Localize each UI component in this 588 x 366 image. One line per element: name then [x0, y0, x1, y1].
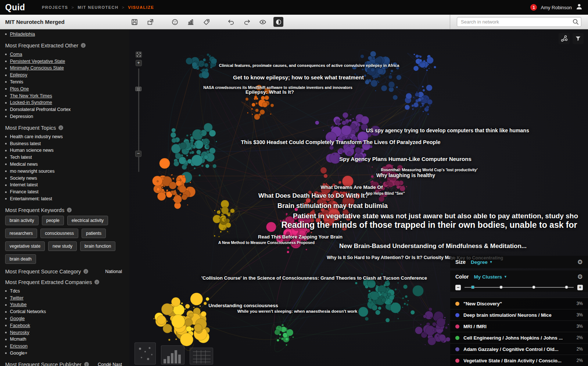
- zoom-fit-icon[interactable]: [136, 51, 142, 58]
- chart-thumbnail-grid[interactable]: [190, 348, 213, 365]
- legend-row[interactable]: Deep brain stimulation/ Neurons / Mice3%: [450, 309, 588, 320]
- info-icon[interactable]: i: [84, 362, 89, 366]
- contrast-icon[interactable]: [273, 17, 283, 27]
- node-label[interactable]: 'Collision Course' in the Science of Con…: [201, 275, 427, 281]
- color-dropdown[interactable]: My Clusters: [474, 274, 502, 280]
- node-label[interactable]: App Helps Blind "See": [365, 191, 405, 195]
- color-settings-gear-icon[interactable]: ⚙: [577, 274, 583, 280]
- list-item[interactable]: Twitter: [5, 295, 129, 302]
- node-label[interactable]: Understanding consciousness: [208, 303, 278, 308]
- breadcrumb-visualize[interactable]: VISUALIZE: [128, 5, 154, 10]
- legend-row[interactable]: Adam Gazzaley / Cognitive Control / Old.…: [450, 343, 588, 355]
- list-item[interactable]: Youtube: [5, 301, 129, 308]
- quid-logo[interactable]: Quid: [5, 3, 42, 12]
- share-icon[interactable]: [145, 17, 155, 27]
- chart-thumbnail-histogram[interactable]: [161, 345, 184, 365]
- keyword-chip[interactable]: electrical activity: [67, 216, 108, 225]
- list-item[interactable]: Minimally Conscious State: [5, 65, 129, 72]
- zoom-out-button[interactable]: −: [135, 151, 141, 157]
- undo-icon[interactable]: [226, 17, 236, 27]
- info-icon[interactable]: i: [83, 269, 88, 274]
- node-label[interactable]: What Does Death Have to Do With It?: [258, 192, 369, 200]
- keyword-chip[interactable]: brain activity: [5, 216, 39, 225]
- node-label[interactable]: While you weren't sleeping: when anaesth…: [237, 309, 357, 313]
- node-label[interactable]: Read This Before Zapping Your Brain: [258, 234, 343, 240]
- entity-link[interactable]: Minimally Conscious State: [10, 65, 64, 72]
- node-label[interactable]: Get to know epilepsy; how to seek what t…: [233, 74, 364, 80]
- node-label[interactable]: Why laughing is healthy: [376, 172, 435, 178]
- filter-icon[interactable]: [573, 33, 584, 44]
- entity-link[interactable]: Twitter: [10, 295, 24, 302]
- keyword-chip[interactable]: researchers: [5, 229, 37, 238]
- node-label[interactable]: New Brain-Based Understanding of Mindful…: [339, 243, 527, 250]
- redo-icon[interactable]: [242, 17, 252, 27]
- entity-link[interactable]: Ericsson: [10, 343, 28, 350]
- node-label[interactable]: Brain stimulation may treat bulimia: [277, 202, 388, 210]
- entity-link[interactable]: Persistent Vegetative State: [10, 58, 65, 65]
- node-label[interactable]: US spy agency trying to develop computer…: [366, 128, 529, 133]
- keyword-chip[interactable]: brain function: [80, 241, 115, 251]
- preview-eye-icon[interactable]: [258, 17, 268, 27]
- tag-icon[interactable]: [201, 17, 211, 27]
- entity-link[interactable]: Google: [10, 315, 25, 322]
- chevron-down-icon[interactable]: ▼: [490, 260, 493, 264]
- info-icon[interactable]: i: [81, 43, 86, 48]
- palette-icon[interactable]: [170, 17, 180, 27]
- entity-link[interactable]: Neurosky: [10, 329, 29, 336]
- size-settings-gear-icon[interactable]: ⚙: [577, 259, 583, 265]
- entity-link[interactable]: Youtube: [10, 301, 26, 308]
- node-label[interactable]: What Dreams Are Made Of: [320, 184, 383, 190]
- info-icon[interactable]: i: [67, 208, 72, 212]
- search-icon[interactable]: [572, 18, 579, 27]
- list-item[interactable]: Persistent Vegetative State: [5, 58, 129, 65]
- user-avatar-icon[interactable]: [576, 3, 583, 12]
- node-label[interactable]: A New Method to Measure Consciousness Pr…: [218, 240, 315, 245]
- info-icon[interactable]: i: [94, 280, 99, 284]
- keyword-chip[interactable]: brain death: [5, 254, 36, 264]
- entity-link[interactable]: Coma: [10, 51, 22, 58]
- legend-row[interactable]: MRI / fMRI3%: [450, 320, 588, 332]
- slider-stop[interactable]: [532, 286, 535, 289]
- keyword-chip[interactable]: new study: [48, 241, 77, 251]
- legend-row[interactable]: Cell Engineering / Johns Hopkins / Johns…: [450, 332, 588, 343]
- node-label[interactable]: Spy Agency Plans Human-Like Computer Neu…: [339, 156, 472, 162]
- node-label[interactable]: This $300 Headset Could Completely Trans…: [241, 139, 440, 145]
- slider-stop[interactable]: [499, 286, 503, 289]
- size-dropdown[interactable]: Degree: [471, 259, 488, 265]
- entity-link[interactable]: Plos One: [10, 86, 29, 93]
- zoom-in-button[interactable]: +: [136, 60, 142, 66]
- chart-thumbnail-scatter[interactable]: [135, 342, 156, 365]
- node-label[interactable]: Clinical features, proximate causes, and…: [219, 63, 399, 68]
- network-view-icon[interactable]: [559, 33, 570, 44]
- keyword-chip[interactable]: patients: [82, 229, 106, 238]
- list-item[interactable]: Plos One: [5, 86, 129, 93]
- slider-stop[interactable]: [565, 286, 568, 289]
- entity-link[interactable]: Philadelphia: [10, 31, 35, 38]
- cluster-slider-track[interactable]: [465, 287, 574, 288]
- list-item[interactable]: Google: [5, 315, 129, 322]
- keyword-chip[interactable]: vegetative state: [5, 241, 45, 251]
- cluster-plus-button[interactable]: +: [577, 285, 583, 290]
- info-icon[interactable]: i: [58, 125, 63, 130]
- legend-row[interactable]: Vegetative State / Brain Activity / Cons…: [450, 355, 588, 366]
- breadcrumb-project-name[interactable]: MIT NEUROTECH: [78, 5, 118, 10]
- slider-handle[interactable]: [471, 286, 474, 289]
- entity-link[interactable]: Facebook: [10, 322, 30, 329]
- list-item[interactable]: Neurosky: [5, 329, 129, 336]
- entity-link[interactable]: Locked-in Syndrome: [10, 99, 52, 106]
- list-item[interactable]: Coma: [5, 51, 129, 58]
- cluster-minus-button[interactable]: −: [455, 285, 461, 290]
- list-item[interactable]: Philadelphia: [5, 31, 129, 38]
- keyword-chip[interactable]: people: [42, 216, 64, 225]
- entity-link[interactable]: The New York Times: [10, 93, 52, 100]
- zoom-slider-handle[interactable]: [135, 87, 141, 91]
- node-label[interactable]: Reading the minds of those trapped in th…: [281, 220, 577, 230]
- list-item[interactable]: Ericsson: [5, 343, 129, 350]
- list-item[interactable]: The New York Times: [5, 93, 129, 100]
- node-label[interactable]: Why Is It So Hard to Pay Attention? Or I…: [327, 255, 453, 260]
- user-name[interactable]: Amy Robinson: [541, 5, 572, 10]
- node-label[interactable]: Patient in vegetative state was not just…: [293, 212, 578, 220]
- search-input[interactable]: [457, 17, 581, 27]
- legend-row[interactable]: "New Discovery"3%: [450, 298, 588, 309]
- breadcrumb-projects[interactable]: PROJECTS: [42, 5, 68, 10]
